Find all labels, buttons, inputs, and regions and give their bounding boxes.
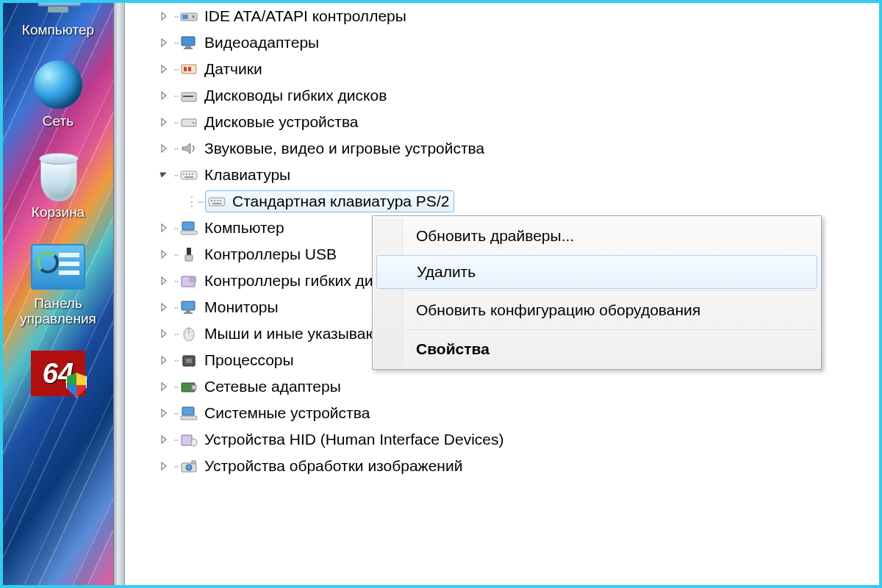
tree-connector: ··	[173, 326, 178, 342]
chevron-right-icon[interactable]	[159, 408, 169, 418]
tree-category[interactable]: ··Видеоадаптеры	[128, 29, 876, 56]
desktop-icon-network[interactable]: Сеть	[3, 59, 113, 129]
fdc-icon	[179, 273, 198, 289]
chevron-right-icon[interactable]	[159, 117, 169, 127]
tree-category[interactable]: ··Дисковые устройства	[128, 109, 876, 135]
tree-category[interactable]: ··IDE ATA/ATAPI контроллеры	[128, 3, 876, 29]
tree-category-label: IDE ATA/ATAPI контроллеры	[204, 7, 406, 25]
chevron-right-icon[interactable]	[159, 223, 169, 233]
chevron-right-icon[interactable]	[159, 355, 169, 365]
tree-category-label: Звуковые, видео и игровые устройства	[204, 140, 484, 157]
tree-connector: ··	[173, 432, 178, 448]
tree-category-label: Мониторы	[204, 298, 279, 316]
desktop-icon-recycle-bin[interactable]: Корзина	[3, 150, 113, 220]
usb-icon	[179, 246, 198, 262]
tree-device[interactable]: ⋮···Стандартная клавиатура PS/2	[128, 188, 876, 215]
desktop-icon-computer[interactable]: Компьютер	[3, 3, 113, 38]
desktop-icon-app64[interactable]: 64	[3, 348, 113, 399]
tree-category[interactable]: ··Клавиатуры	[128, 162, 876, 188]
tree-category[interactable]: ··Сетевые адаптеры	[128, 373, 876, 400]
tree-category[interactable]: ··Системные устройства	[128, 400, 876, 426]
ide-icon	[179, 8, 198, 24]
computer-icon	[179, 220, 198, 236]
tree-device-label: Стандартная клавиатура PS/2	[232, 193, 449, 210]
chevron-right-icon[interactable]	[159, 90, 169, 101]
chevron-right-icon[interactable]	[159, 329, 169, 339]
context-menu-item[interactable]: Обновить драйверы...	[375, 218, 819, 254]
desktop-icon-label: Сеть	[3, 113, 113, 129]
display-icon	[179, 35, 198, 51]
tree-category-label: Устройства обработки изображений	[204, 457, 462, 475]
tree-connector: ··	[173, 220, 178, 236]
context-menu-separator	[407, 329, 816, 330]
context-menu-item[interactable]: Удалить	[376, 255, 817, 289]
chevron-right-icon[interactable]	[159, 249, 169, 259]
tree-category[interactable]: ··Дисководы гибких дисков	[128, 82, 876, 109]
mouse-icon	[179, 326, 198, 342]
disk-icon	[179, 114, 198, 130]
cpu-icon	[179, 352, 198, 368]
tree-connector: ··	[173, 300, 178, 315]
context-menu-separator	[407, 290, 816, 291]
desktop-icon-label: Компьютер	[3, 22, 113, 38]
keyboard-icon	[207, 193, 226, 209]
tree-connector: ··	[173, 9, 178, 24]
tree-category-label: Сетевые адаптеры	[204, 378, 341, 395]
sound-icon	[179, 140, 198, 157]
tree-connector: ··	[173, 62, 178, 77]
chevron-right-icon[interactable]	[159, 64, 169, 74]
tree-connector: ··	[173, 168, 178, 183]
tree-category[interactable]: ··Устройства HID (Human Interface Device…	[128, 426, 876, 453]
window-frame-edge	[113, 3, 125, 585]
tree-category-label: Дисководы гибких дисков	[204, 87, 387, 104]
tree-category-label: Клавиатуры	[204, 166, 290, 184]
desktop: Компьютер Сеть Корзина Панель управления…	[3, 3, 113, 585]
tree-category[interactable]: ··Датчики	[128, 56, 876, 82]
tree-category[interactable]: ··Устройства обработки изображений	[128, 453, 876, 479]
recycle-bin-icon	[31, 150, 85, 201]
chevron-right-icon[interactable]	[159, 11, 169, 21]
chevron-right-icon[interactable]	[159, 143, 169, 154]
tree-connector: ··	[173, 35, 178, 51]
keyboard-icon	[179, 167, 198, 183]
tree-connector: ··	[173, 459, 178, 474]
chevron-right-icon[interactable]	[159, 434, 169, 445]
tree-connector: ··	[173, 88, 178, 104]
chevron-right-icon[interactable]	[159, 461, 169, 471]
nic-icon	[179, 379, 198, 395]
tree-category-label: Компьютер	[204, 219, 284, 237]
context-menu-item[interactable]: Свойства	[375, 331, 819, 367]
tree-connector: ··	[173, 115, 178, 130]
globe-icon	[31, 59, 85, 110]
chevron-right-icon[interactable]	[159, 37, 169, 48]
tree-connector: ··	[173, 247, 178, 262]
desktop-icon-label: Панель управления	[3, 295, 113, 328]
chevron-right-icon[interactable]	[159, 381, 169, 392]
tree-category-label: Процессоры	[204, 351, 294, 369]
tree-connector: ··	[173, 141, 178, 157]
computer-icon	[31, 3, 85, 19]
tree-connector: ··	[173, 406, 178, 421]
control-panel-icon	[31, 241, 85, 293]
hid-icon	[179, 431, 198, 448]
desktop-icon-control-panel[interactable]: Панель управления	[3, 241, 113, 328]
app64-icon: 64	[31, 348, 85, 399]
tree-connector: ··	[173, 273, 178, 289]
imaging-icon	[179, 458, 198, 474]
tree-category-label: Видеоадаптеры	[204, 34, 319, 51]
tree-category-label: Дисковые устройства	[204, 113, 359, 131]
tree-category-label: Устройства HID (Human Interface Devices)	[204, 431, 503, 448]
desktop-icon-label: Корзина	[3, 204, 113, 220]
chevron-right-icon[interactable]	[159, 302, 169, 312]
tree-category-label: Системные устройства	[204, 404, 370, 422]
system-icon	[179, 405, 198, 421]
context-menu: Обновить драйверы...УдалитьОбновить конф…	[372, 215, 822, 370]
chevron-down-icon[interactable]	[159, 170, 169, 180]
tree-category-label: Датчики	[204, 60, 262, 78]
chevron-right-icon[interactable]	[159, 276, 169, 286]
floppy-icon	[179, 87, 198, 104]
context-menu-item[interactable]: Обновить конфигурацию оборудования	[375, 293, 819, 328]
tree-connector: ··	[173, 353, 178, 368]
monitor-icon	[179, 299, 198, 315]
tree-category[interactable]: ··Звуковые, видео и игровые устройства	[128, 135, 876, 162]
